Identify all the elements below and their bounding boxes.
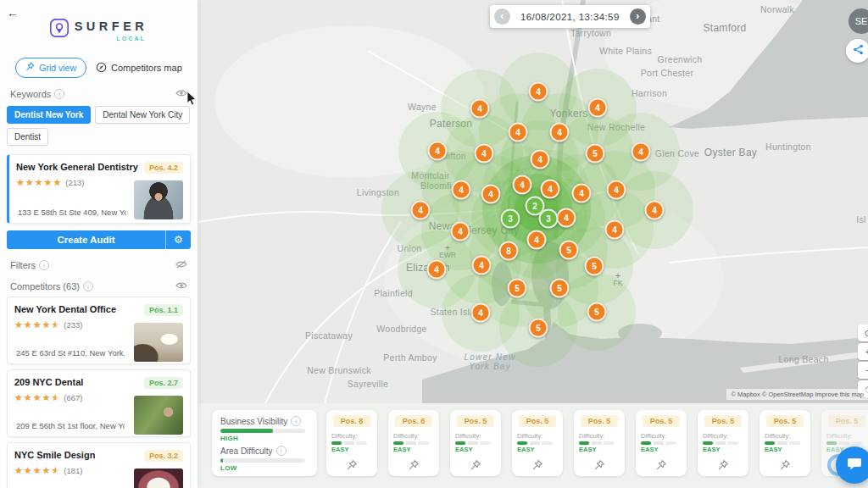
difficulty-value: EASY [765,446,805,453]
pin-icon[interactable] [779,459,791,474]
business-address: 133 E 58th St Ste 409, New York... [18,208,126,217]
position-card[interactable]: Pos. 5 Difficulty: EASY [698,410,748,476]
position-card[interactable]: Pos. 5 Difficulty: EASY [512,410,563,476]
map-marker[interactable]: 3 [539,209,559,229]
info-icon[interactable]: i [291,416,301,426]
position-card[interactable]: Pos. 5 Difficulty: EASY [636,410,687,476]
info-icon[interactable]: i [83,281,93,291]
map-marker[interactable]: 5 [508,279,527,298]
pin-icon[interactable] [531,459,543,474]
map-marker[interactable]: 4 [531,150,550,169]
chat-launcher-button[interactable] [836,446,868,484]
zoom-out-button[interactable]: − [858,362,868,379]
map-marker[interactable]: 4 [470,99,490,119]
map-attribution[interactable]: © Mapbox © OpenStreetMap Improve this ma… [726,389,868,400]
surfer-local-logo: SURFER LOCAL [0,0,198,41]
map-marker[interactable]: 5 [550,279,570,298]
difficulty-label: Difficulty: [393,432,434,440]
keyword-chips: Dentist New YorkDental New York CityDent… [0,106,198,146]
map-marker[interactable]: 4 [550,123,570,142]
map-marker[interactable]: 4 [411,201,431,220]
map-marker[interactable]: 4 [632,142,651,162]
audit-settings-button[interactable]: ⚙ [165,230,191,249]
map-marker[interactable]: 4 [527,230,547,250]
map-marker[interactable]: 4 [557,208,576,228]
map-marker[interactable]: 4 [605,220,625,240]
map-canvas[interactable]: NorwalkMount PleasantTarrytownStamfordWh… [198,0,868,403]
zoom-in-button[interactable]: + [858,343,868,360]
info-icon[interactable]: i [39,260,49,270]
competitor-card[interactable]: 209 NYC Dental Pos. 2.7 ★★★★★★★★★★(667) … [7,369,191,437]
difficulty-label: Difficulty: [517,432,558,440]
map-marker[interactable]: 4 [452,180,471,200]
pin-icon[interactable] [593,459,605,474]
pin-icon[interactable] [655,459,667,474]
map-marker[interactable]: 4 [475,144,494,164]
pin-icon[interactable] [408,459,420,474]
locate-button[interactable]: ⊙ [858,324,868,341]
eye-off-icon[interactable] [175,260,187,270]
brand-sub: LOCAL [116,36,146,42]
pin-icon[interactable] [717,459,729,474]
position-badge: Pos. 5 [519,415,556,427]
difficulty-label: Difficulty: [703,432,743,440]
position-card[interactable]: Pos. 5 Difficulty: EASY [574,410,625,476]
map-marker[interactable]: 3 [501,209,520,229]
map-marker[interactable]: 4 [513,175,532,195]
eye-icon[interactable] [175,281,187,291]
keyword-chip[interactable]: Dentist New York [7,106,91,124]
difficulty-value: LOW [220,464,309,472]
pin-icon[interactable] [346,459,358,474]
map-marker[interactable]: 4 [427,260,447,280]
map-marker[interactable]: 8 [499,241,519,261]
map-marker[interactable]: 4 [428,141,448,161]
map-marker[interactable]: 5 [586,144,605,164]
map-marker[interactable]: 5 [585,257,604,276]
user-avatar[interactable]: SE [849,8,868,34]
keyword-chip[interactable]: Dental New York City [95,106,190,124]
date-navigator: ‹ 16/08/2021, 13:34:59 › [490,5,650,28]
map-marker[interactable]: 4 [481,185,501,204]
business-photo [134,180,183,219]
visibility-bar [220,429,305,433]
map-marker[interactable]: 4 [645,201,665,220]
grid-view-button[interactable]: Grid view [15,58,86,78]
map-marker[interactable]: 4 [471,303,491,323]
position-card[interactable]: Pos. 8 Difficulty: EASY [326,410,377,476]
position-badge: Pos. 5 [457,415,494,427]
position-card[interactable]: Pos. 5 Difficulty: EASY [760,410,810,476]
map-marker[interactable]: 4 [472,256,492,275]
info-icon[interactable]: i [54,89,64,99]
share-button[interactable] [846,39,868,63]
map-marker[interactable]: 5 [587,302,607,322]
competitor-list: New York Dental Office Pos. 1.1 ★★★★★★★★… [0,297,198,488]
map-marker[interactable]: 4 [529,82,548,102]
map-marker[interactable]: 4 [509,123,528,142]
map-marker[interactable]: 4 [572,184,592,203]
next-date-button[interactable]: › [630,8,646,25]
prev-date-button[interactable]: ‹ [494,8,510,25]
competitor-card[interactable]: NYC Smile Design Pos. 3.2 ★★★★★★★★★★(181… [7,442,191,488]
map-marker[interactable]: 5 [559,241,579,260]
difficulty-label: Difficulty: [765,432,805,440]
sidebar: ← SURFER LOCAL Grid view Competitors map… [0,0,198,488]
filters-header: Filters i [0,260,198,270]
eye-icon[interactable] [175,89,187,99]
map-marker[interactable]: 4 [607,180,626,200]
competitor-card[interactable]: New York Dental Office Pos. 1.1 ★★★★★★★★… [7,297,191,364]
back-button[interactable]: ← [7,7,19,19]
map-marker[interactable]: 4 [588,98,608,118]
info-icon[interactable]: i [276,446,287,456]
selected-business-card[interactable]: New York General Dentistry Pos. 4.2 ★★★★… [7,154,191,224]
keyword-chip[interactable]: Dentist [7,128,48,146]
difficulty-label: Difficulty: [826,432,867,440]
competitors-map-tab[interactable]: Competitors map [96,62,182,75]
position-card[interactable]: Pos. 6 Difficulty: EASY [388,410,439,476]
create-audit-button[interactable]: Create Audit [7,230,165,249]
map-marker[interactable]: 5 [529,319,548,338]
position-card[interactable]: Pos. 5 Difficulty: EASY [450,410,501,476]
pin-icon[interactable] [470,459,481,474]
map-marker[interactable]: 4 [541,180,560,199]
map-marker[interactable]: 4 [451,222,470,241]
competitors-label: Competitors (63) [10,281,80,291]
